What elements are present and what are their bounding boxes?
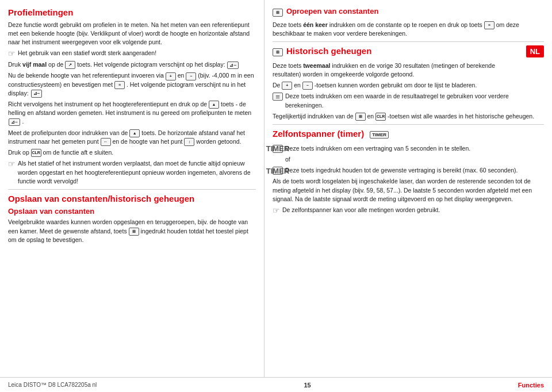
- timer-note-2: TIMER Deze toets ingedrukt houden tot de…: [273, 166, 544, 175]
- opslaan-p1: Veelgebruikte waardes kunnen worden opge…: [8, 218, 256, 244]
- footer-left: Leica DISTO™ D8 LCA782205a nl: [8, 382, 97, 388]
- hist-p2-en: en: [294, 82, 302, 89]
- timer-or: of: [285, 155, 544, 164]
- hist-p4-en: en: [367, 113, 376, 120]
- p3-pre: Nu de bekende hoogte van het referentiep…: [8, 72, 164, 79]
- historisch-note-menu: ≡ Deze toets indrukken om een waarde in …: [273, 92, 544, 109]
- timer-p2-text: Deze toets ingedrukt houden tot de gewen…: [285, 166, 518, 175]
- hist-p4-pre: Tegelijkertijd indrukken van de: [273, 113, 354, 120]
- display-icon-1: ⊿~: [227, 62, 239, 70]
- target-icon: ▲: [209, 101, 219, 109]
- p2-pre: Druk: [8, 61, 22, 68]
- p2-post: op de: [48, 61, 63, 68]
- historisch-p4: Tegelijkertijd indrukken van de ⊞ en CLR…: [273, 112, 544, 121]
- timer-p3: Als de toets wordt losgelaten bij ingesc…: [273, 177, 544, 203]
- minus-key-icon-2: −: [302, 82, 313, 90]
- title-profielmetingen: Profielmetingen: [8, 7, 256, 18]
- menu-key-icon-1: ≡: [114, 81, 125, 89]
- clear-icon: CLR: [31, 149, 41, 157]
- plus-key-icon: +: [166, 72, 176, 80]
- oproepen-p1-post: indrukken om de constante op te roepen e…: [328, 21, 482, 28]
- profielmetingen-p4: Richt vervolgens het instrument op het h…: [8, 100, 256, 126]
- timer-icon-2: TIMER: [273, 167, 283, 175]
- timer-note-1: TIMER Deze toets indrukken om een vertra…: [273, 144, 544, 153]
- historisch-p2: De + en − -toetsen kunnen worden gebruik…: [273, 81, 544, 90]
- save-icon: ⊞: [129, 228, 139, 236]
- historisch-left: ⊞ Historisch geheugen Deze toets tweemaa…: [273, 45, 522, 81]
- title-opslaan: Opslaan van constanten/historisch geheug…: [8, 193, 256, 205]
- profielmetingen-p1: Deze functie wordt gebruikt om profielen…: [8, 21, 256, 47]
- profielmetingen-p2: Druk vijf maal op de ↗ toets. Het volgen…: [8, 60, 256, 69]
- profielmetingen-p5: Meet de profielpunten door indrukken van…: [8, 129, 256, 146]
- hist-p2-post: -toetsen kunnen worden gebruikt om door …: [315, 82, 477, 89]
- target-icon-2: ▲: [129, 129, 140, 137]
- minus-key-icon: −: [186, 72, 196, 80]
- title-timer: Zelfontspanner (timer): [273, 128, 364, 140]
- divider-3: [273, 124, 544, 125]
- horiz-dist-icon: ↔: [101, 138, 111, 146]
- nl-badge: NL: [526, 45, 544, 57]
- divider-2: [273, 41, 544, 42]
- note-box-statief: ☞ Het gebruik van een statief wordt ster…: [8, 49, 256, 58]
- historisch-p1: Deze toets tweemaal indrukken en de vori…: [273, 62, 522, 79]
- section-opslaan: Opslaan van constanten/historisch geheug…: [8, 193, 256, 244]
- oproepen-p1: Deze toets één keer indrukken om de cons…: [273, 21, 544, 38]
- timer-p1-text: Deze toets indrukken om een vertraging v…: [285, 144, 470, 153]
- plus-key-icon-2: +: [282, 82, 292, 90]
- vert-dist-icon: ↕: [184, 138, 194, 146]
- p2-bold: vijf maal: [22, 61, 47, 68]
- timer-note-box: ☞ De zelfontspanner kan voor alle meting…: [273, 206, 544, 215]
- right-column: ⊞ Oproepen van constanten Deze toets één…: [264, 0, 552, 377]
- display-icon-3: ⊿~: [9, 118, 20, 126]
- historisch-icon: ⊞: [273, 48, 283, 56]
- p4-end: .: [22, 118, 24, 125]
- title-oproepen: Oproepen van constanten: [286, 7, 378, 17]
- main-content: Profielmetingen Deze functie wordt gebru…: [0, 0, 552, 377]
- timer-label: TIMER: [370, 131, 389, 139]
- finger-icon-2: ☞: [8, 159, 16, 168]
- clear-icon-2: CLR: [375, 113, 386, 121]
- left-column: Profielmetingen Deze functie wordt gebru…: [0, 0, 264, 377]
- save-icon-2: ⊞: [355, 113, 366, 121]
- oproepen-p1-pre: Deze toets: [273, 21, 303, 28]
- title-historisch: Historisch geheugen: [286, 45, 371, 57]
- timer-icon-1: TIMER: [273, 145, 283, 153]
- timer-header: Zelfontspanner (timer) TIMER: [273, 128, 544, 142]
- section-timer: Zelfontspanner (timer) TIMER TIMER Deze …: [273, 128, 544, 215]
- profielmetingen-p6: Druk op CLR om de functie aft e sluiten.: [8, 148, 256, 157]
- hist-p2-pre: De: [273, 82, 280, 89]
- display-icon-2: ⊿~: [31, 90, 43, 98]
- page: Profielmetingen Deze functie wordt gebru…: [0, 0, 552, 392]
- hist-p1-pre: Deze toets: [273, 62, 303, 69]
- hist-p3-text: Deze toets indrukken om een waarde in de…: [285, 92, 544, 109]
- subtitle-opslaan: Opslaan van constanten: [8, 207, 256, 217]
- oproepen-icon: ⊞: [273, 9, 283, 17]
- menu-key-icon-2: ≡: [484, 21, 494, 29]
- p4-pre: Richt vervolgens het instrument op het h…: [8, 101, 207, 107]
- note-box-verplaatst: ☞ Als het statief of het instrument word…: [8, 159, 256, 186]
- section-profielmetingen: Profielmetingen Deze functie wordt gebru…: [8, 7, 256, 186]
- p3-en: en: [178, 72, 186, 79]
- p5-post3: worden getoond.: [196, 138, 241, 145]
- footer-right: Functies: [518, 382, 544, 389]
- note-statief-text: Het gebruik van een statief wordt sterk …: [18, 49, 156, 57]
- footer: Leica DISTO™ D8 LCA782205a nl 15 Functie…: [0, 377, 552, 392]
- historisch-header: ⊞ Historisch geheugen: [273, 45, 522, 59]
- section-oproepen: ⊞ Oproepen van constanten Deze toets één…: [273, 7, 544, 38]
- hist-p4-post: -toetsen wist alle waardes in het histor…: [388, 113, 534, 120]
- p6-post: om de functie aft e sluiten.: [43, 149, 114, 156]
- p2-post2: toets. Het volgende pictogram verschijnt…: [77, 61, 225, 68]
- measurement-icon: ↗: [65, 61, 75, 69]
- finger-icon-3: ☞: [273, 206, 280, 215]
- oproepen-p1-bold: één keer: [303, 21, 328, 28]
- menu-icon-3: ≡: [273, 93, 283, 101]
- p5-post2: en de hoogte van het punt: [112, 138, 182, 145]
- timer-note-text: De zelfontspanner kan voor alle metingen…: [282, 206, 440, 214]
- section-historisch: ⊞ Historisch geheugen Deze toets tweemaa…: [273, 45, 544, 121]
- footer-center: 15: [304, 382, 310, 389]
- hist-p1-bold: tweemaal: [303, 62, 330, 69]
- divider-1: [8, 189, 256, 190]
- profielmetingen-p3: Nu de bekende hoogte van het referentiep…: [8, 71, 256, 98]
- finger-icon: ☞: [8, 49, 16, 58]
- oproepen-header: ⊞ Oproepen van constanten: [273, 7, 544, 18]
